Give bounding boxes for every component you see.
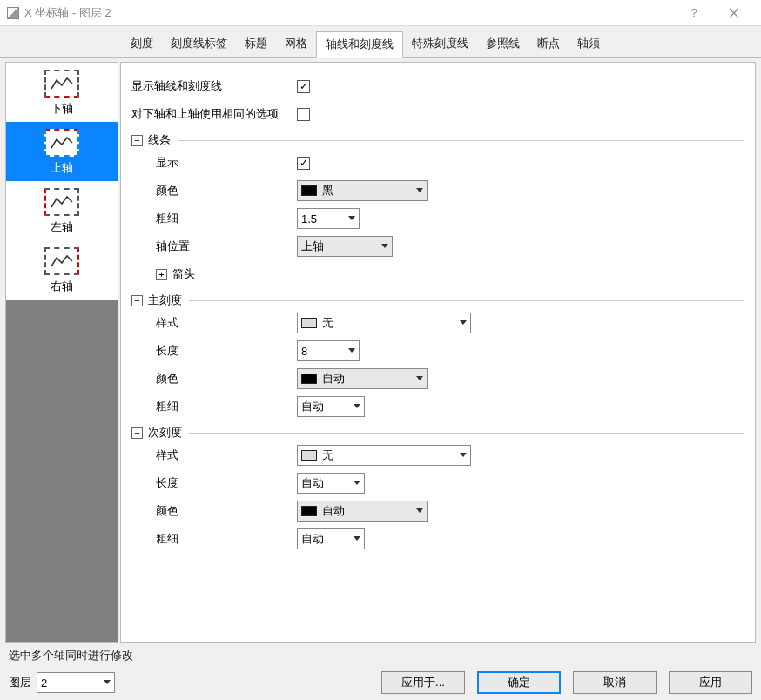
chevron-down-icon — [354, 404, 360, 409]
collapse-toggle-line[interactable]: − — [131, 135, 143, 146]
sidebar-empty — [6, 300, 118, 642]
label-minor-thickness: 粗细 — [131, 531, 297, 547]
sidebar-item-label: 上轴 — [51, 160, 73, 176]
label-line-color: 颜色 — [131, 183, 297, 199]
axis-sidebar: 下轴 上轴 左轴 右轴 — [5, 62, 118, 643]
label-same-top-bottom: 对下轴和上轴使用相同的选项 — [131, 106, 297, 122]
footer-hint: 选中多个轴同时进行修改 — [0, 646, 761, 665]
divider — [178, 140, 744, 141]
tab-scale[interactable]: 刻度 — [122, 31, 162, 57]
chevron-down-icon — [416, 376, 423, 381]
axis-icon — [44, 247, 79, 275]
combo-major-thickness[interactable]: 自动 — [297, 396, 365, 417]
chevron-down-icon — [416, 508, 423, 514]
combo-value: 1.5 — [301, 212, 343, 225]
sidebar-item-label: 左轴 — [51, 219, 73, 235]
collapse-toggle-minor[interactable]: − — [131, 427, 143, 439]
combo-layer[interactable]: 2 — [37, 672, 115, 693]
label-arrow: 箭头 — [172, 266, 195, 282]
tab-bar: 刻度 刻度线标签 标题 网格 轴线和刻度线 特殊刻度线 参照线 断点 轴须 — [0, 26, 761, 58]
combo-value: 2 — [41, 676, 98, 690]
combo-minor-thickness[interactable]: 自动 — [297, 528, 365, 549]
combo-major-length[interactable]: 8 — [297, 340, 360, 361]
chevron-down-icon — [460, 453, 467, 458]
label-show-axis-ticks: 显示轴线和刻度线 — [131, 78, 297, 94]
label-axis-position: 轴位置 — [131, 239, 297, 254]
label-show: 显示 — [131, 155, 297, 171]
axis-icon — [44, 70, 79, 98]
chevron-down-icon — [416, 188, 423, 193]
divider — [189, 433, 744, 434]
combo-value: 上轴 — [301, 239, 376, 254]
sidebar-item-label: 右轴 — [51, 279, 73, 294]
titlebar: X 坐标轴 - 图层 2 ? — [0, 0, 761, 26]
combo-value: 自动 — [322, 503, 411, 519]
combo-line-color[interactable]: 黑 — [297, 180, 428, 201]
combo-axis-position[interactable]: 上轴 — [297, 236, 393, 257]
cancel-button[interactable]: 取消 — [573, 671, 657, 694]
tab-special-ticks[interactable]: 特殊刻度线 — [403, 31, 477, 57]
tab-tick-labels[interactable]: 刻度线标签 — [162, 31, 236, 57]
ok-button[interactable]: 确定 — [477, 671, 561, 694]
window-title: X 坐标轴 - 图层 2 — [24, 5, 674, 21]
combo-value: 无 — [322, 315, 455, 331]
label-major-style: 样式 — [131, 315, 297, 331]
combo-value: 无 — [322, 448, 455, 463]
section-major-label: 主刻度 — [148, 293, 182, 308]
combo-major-color[interactable]: 自动 — [297, 368, 428, 389]
sidebar-item-left-axis[interactable]: 左轴 — [6, 181, 118, 240]
collapse-toggle-major[interactable]: − — [131, 295, 143, 306]
checkbox-show-axis-ticks[interactable] — [297, 80, 310, 93]
section-minor-label: 次刻度 — [148, 425, 182, 441]
axis-icon — [44, 129, 79, 157]
apply-button[interactable]: 应用 — [669, 671, 752, 694]
combo-minor-color[interactable]: 自动 — [297, 501, 428, 522]
label-major-length: 长度 — [131, 343, 297, 359]
color-swatch-icon — [301, 185, 317, 196]
color-swatch-icon — [301, 374, 317, 384]
label-line-thickness: 粗细 — [131, 211, 297, 226]
chevron-down-icon — [460, 320, 467, 326]
label-major-thickness: 粗细 — [131, 399, 297, 414]
apply-to-button[interactable]: 应用于... — [381, 671, 465, 694]
combo-line-thickness[interactable]: 1.5 — [297, 208, 360, 229]
close-button[interactable] — [714, 0, 754, 26]
section-line-label: 线条 — [148, 132, 171, 148]
chevron-down-icon — [354, 481, 360, 486]
checkbox-same-top-bottom[interactable] — [297, 108, 310, 121]
combo-minor-length[interactable]: 自动 — [297, 473, 365, 494]
chevron-down-icon — [104, 680, 111, 685]
chevron-down-icon — [354, 536, 360, 542]
combo-minor-style[interactable]: 无 — [297, 445, 471, 466]
sidebar-item-top-axis[interactable]: 上轴 — [6, 122, 118, 181]
checkbox-line-show[interactable] — [297, 157, 310, 170]
label-minor-style: 样式 — [131, 448, 297, 463]
footer: 图层 2 应用于... 确定 取消 应用 — [0, 665, 761, 700]
help-button[interactable]: ? — [674, 0, 714, 26]
expand-toggle-arrow[interactable]: + — [156, 269, 167, 280]
tab-reference-lines[interactable]: 参照线 — [477, 31, 529, 57]
sidebar-item-right-axis[interactable]: 右轴 — [6, 240, 118, 300]
chevron-down-icon — [348, 216, 355, 221]
combo-value: 自动 — [301, 475, 348, 491]
label-minor-color: 颜色 — [131, 503, 297, 519]
color-swatch-icon — [301, 506, 317, 516]
combo-major-style[interactable]: 无 — [297, 313, 471, 333]
axis-icon — [44, 188, 79, 216]
chevron-down-icon — [348, 348, 355, 353]
sidebar-item-bottom-axis[interactable]: 下轴 — [6, 63, 118, 122]
chevron-down-icon — [381, 244, 388, 249]
tab-grid[interactable]: 网格 — [276, 31, 316, 57]
close-icon — [729, 8, 739, 18]
divider — [189, 300, 744, 301]
tab-axis-ticks[interactable]: 轴线和刻度线 — [316, 31, 403, 58]
style-swatch-icon — [301, 318, 317, 328]
app-icon — [7, 7, 19, 19]
combo-value: 自动 — [301, 531, 348, 547]
tab-rug[interactable]: 轴须 — [569, 31, 609, 57]
tab-title[interactable]: 标题 — [236, 31, 276, 57]
combo-value: 黑 — [322, 183, 411, 199]
tab-breaks[interactable]: 断点 — [529, 31, 569, 57]
content-panel: 显示轴线和刻度线 对下轴和上轴使用相同的选项 − 线条 显示 颜色 黑 — [120, 62, 756, 643]
layer-label: 图层 — [9, 675, 31, 690]
